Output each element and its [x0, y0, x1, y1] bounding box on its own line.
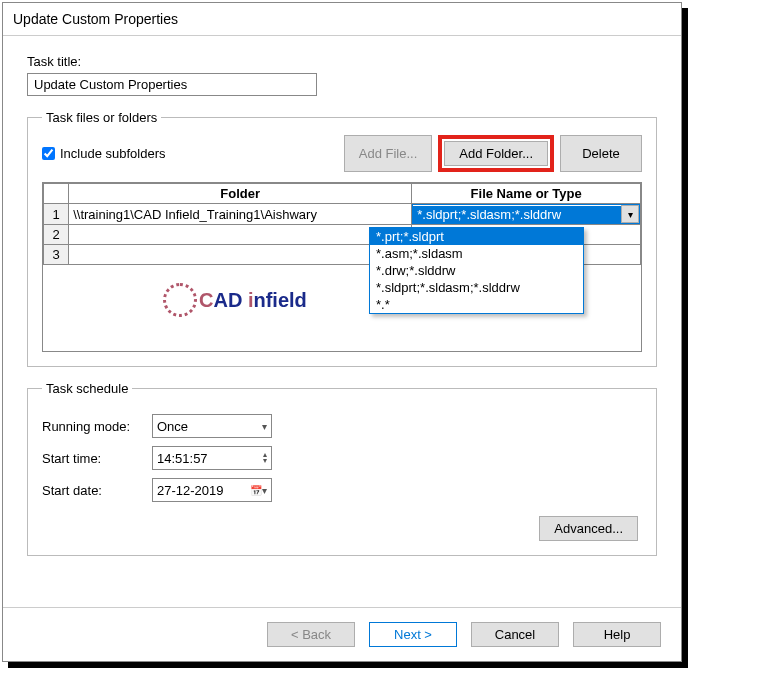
running-mode-value: Once: [157, 419, 188, 434]
next-button[interactable]: Next >: [369, 622, 457, 647]
start-time-label: Start time:: [42, 451, 152, 466]
chevron-down-icon[interactable]: ▾: [621, 205, 639, 223]
add-folder-highlight: Add Folder...: [438, 135, 554, 172]
files-toolbar: Include subfolders Add File... Add Folde…: [42, 135, 642, 172]
spinner-arrows-icon[interactable]: ▴▾: [263, 452, 267, 464]
dialog-footer: < Back Next > Cancel Help: [3, 607, 681, 661]
type-cell[interactable]: *.sldprt;*.sldasm;*.slddrw ▾: [412, 204, 641, 225]
table-header-row: Folder File Name or Type: [44, 184, 641, 204]
files-grid: Folder File Name or Type 1 \\training1\C…: [42, 182, 642, 352]
dropdown-item[interactable]: *.drw;*.slddrw: [370, 262, 583, 279]
rownum-cell: 3: [44, 245, 69, 265]
type-dropdown-list[interactable]: *.prt;*.sldprt *.asm;*.sldasm *.drw;*.sl…: [369, 227, 584, 314]
file-buttons: Add File... Add Folder... Delete: [344, 135, 642, 172]
dropdown-item[interactable]: *.*: [370, 296, 583, 313]
rownum-cell: 1: [44, 204, 69, 225]
type-selected: *.sldprt;*.sldasm;*.slddrw: [413, 206, 621, 223]
start-time-value: 14:51:57: [157, 451, 208, 466]
start-time-input[interactable]: 14:51:57 ▴▾: [152, 446, 272, 470]
dialog-content: Task title: Task files or folders Includ…: [3, 36, 681, 607]
rownum-cell: 2: [44, 225, 69, 245]
back-button: < Back: [267, 622, 355, 647]
gear-icon: [163, 283, 197, 317]
start-date-label: Start date:: [42, 483, 152, 498]
delete-button[interactable]: Delete: [560, 135, 642, 172]
include-subfolders-row[interactable]: Include subfolders: [42, 146, 344, 161]
schedule-legend: Task schedule: [42, 381, 132, 396]
chevron-down-icon: ▾: [262, 421, 267, 432]
calendar-icon[interactable]: 📅▾: [250, 485, 267, 496]
start-date-input[interactable]: 27-12-2019 📅▾: [152, 478, 272, 502]
add-folder-button[interactable]: Add Folder...: [444, 141, 548, 166]
task-title-label: Task title:: [27, 54, 657, 69]
files-group-legend: Task files or folders: [42, 110, 161, 125]
task-title-input[interactable]: [27, 73, 317, 96]
start-time-row: Start time: 14:51:57 ▴▾: [42, 446, 642, 470]
add-file-button: Add File...: [344, 135, 433, 172]
watermark-logo: CAD infield: [163, 283, 307, 317]
include-subfolders-label: Include subfolders: [60, 146, 166, 161]
running-mode-row: Running mode: Once ▾: [42, 414, 642, 438]
header-type: File Name or Type: [412, 184, 641, 204]
dropdown-item[interactable]: *.prt;*.sldprt: [370, 228, 583, 245]
dropdown-item[interactable]: *.asm;*.sldasm: [370, 245, 583, 262]
dropdown-item[interactable]: *.sldprt;*.sldasm;*.slddrw: [370, 279, 583, 296]
include-subfolders-checkbox[interactable]: [42, 147, 55, 160]
running-mode-select[interactable]: Once ▾: [152, 414, 272, 438]
type-combobox[interactable]: *.sldprt;*.sldasm;*.slddrw ▾: [412, 204, 640, 224]
folder-cell[interactable]: [69, 245, 412, 265]
header-folder: Folder: [69, 184, 412, 204]
help-button[interactable]: Help: [573, 622, 661, 647]
advanced-row: Advanced...: [42, 510, 642, 541]
folder-cell[interactable]: [69, 225, 412, 245]
folder-cell[interactable]: \\training1\CAD Infield_Training1\Aishwa…: [69, 204, 412, 225]
cancel-button[interactable]: Cancel: [471, 622, 559, 647]
dialog-title: Update Custom Properties: [3, 3, 681, 36]
start-date-row: Start date: 27-12-2019 📅▾: [42, 478, 642, 502]
dialog-window: Update Custom Properties Task title: Tas…: [2, 2, 682, 662]
table-row[interactable]: 1 \\training1\CAD Infield_Training1\Aish…: [44, 204, 641, 225]
advanced-button[interactable]: Advanced...: [539, 516, 638, 541]
schedule-group: Task schedule Running mode: Once ▾ Start…: [27, 381, 657, 556]
files-group: Task files or folders Include subfolders…: [27, 110, 657, 367]
header-rownum: [44, 184, 69, 204]
running-mode-label: Running mode:: [42, 419, 152, 434]
start-date-value: 27-12-2019: [157, 483, 224, 498]
